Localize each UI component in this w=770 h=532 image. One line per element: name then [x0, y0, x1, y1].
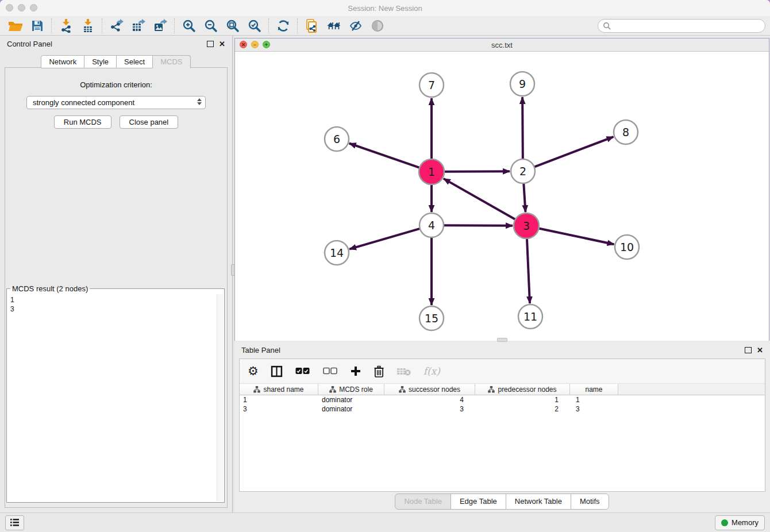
graph-edge[interactable]: [522, 97, 523, 159]
neighbors-button[interactable]: [323, 17, 345, 34]
network-close-button[interactable]: ✕: [240, 41, 247, 48]
tab-network-table[interactable]: Network Table: [506, 494, 571, 510]
graph-edge[interactable]: [349, 229, 420, 249]
delete-table-button[interactable]: [396, 367, 411, 376]
open-session-button[interactable]: [5, 17, 26, 34]
table-row[interactable]: 3 dominator 3 2 3: [240, 404, 765, 414]
optimization-select[interactable]: strongly connected component: [26, 96, 206, 109]
export-table-button[interactable]: [128, 17, 149, 34]
column-header-name[interactable]: name: [570, 384, 618, 395]
list-icon: [10, 518, 20, 527]
graph-node-label: 3: [523, 219, 530, 232]
cell-name[interactable]: 1: [570, 396, 618, 404]
mcds-panel: Optimization criterion: strongly connect…: [5, 67, 228, 508]
select-all-columns-button[interactable]: [295, 367, 310, 375]
network-from-selection-button[interactable]: [301, 17, 323, 34]
graph-edge[interactable]: [444, 225, 513, 226]
zoom-selected-button[interactable]: [244, 17, 265, 34]
cell-predecessor-nodes[interactable]: 1: [475, 396, 570, 404]
table-row[interactable]: 1 dominator 4 1 1: [240, 395, 765, 404]
cell-successor-nodes[interactable]: 3: [384, 405, 475, 413]
delete-column-button[interactable]: [374, 365, 384, 377]
window-traffic-lights[interactable]: [6, 4, 37, 11]
maximize-window-button[interactable]: [30, 4, 37, 11]
cell-name[interactable]: 3: [570, 405, 618, 413]
network-minimize-button[interactable]: −: [251, 41, 259, 48]
graph-edge[interactable]: [349, 144, 419, 168]
unselect-all-columns-button[interactable]: [322, 367, 338, 375]
tab-node-table[interactable]: Node Table: [395, 494, 451, 510]
float-table-panel-icon[interactable]: [745, 347, 752, 353]
search-input[interactable]: [614, 21, 760, 30]
close-table-panel-icon[interactable]: ✕: [757, 346, 763, 354]
close-panel-icon[interactable]: ✕: [219, 40, 225, 48]
apply-layout-button[interactable]: [272, 17, 294, 34]
table-panel-title: Table Panel: [241, 346, 280, 354]
show-networks-list-button[interactable]: [5, 515, 24, 530]
import-network-button[interactable]: [55, 17, 77, 34]
network-maximize-button[interactable]: +: [263, 41, 270, 48]
search-box[interactable]: [598, 19, 765, 33]
graph-edge[interactable]: [539, 229, 614, 245]
horizontal-splitter-grip[interactable]: [497, 338, 507, 342]
zoom-fit-icon: [226, 19, 240, 33]
zoom-fit-button[interactable]: [222, 17, 244, 34]
float-panel-icon[interactable]: [207, 41, 214, 47]
cell-mcds-role[interactable]: dominator: [318, 396, 384, 404]
cell-successor-nodes[interactable]: 4: [384, 396, 475, 404]
graph-edge[interactable]: [444, 179, 515, 219]
houses-icon: [326, 20, 342, 32]
tab-edge-table[interactable]: Edge Table: [451, 494, 506, 510]
delete-table-icon: [396, 367, 411, 376]
column-header-shared-name[interactable]: shared name: [240, 384, 318, 395]
close-panel-button[interactable]: Close panel: [120, 115, 179, 129]
zoom-out-button[interactable]: [200, 17, 222, 34]
column-header-mcds-role[interactable]: MCDS role: [318, 384, 384, 395]
export-image-button[interactable]: [149, 17, 171, 34]
close-window-button[interactable]: [6, 4, 13, 11]
tab-motifs[interactable]: Motifs: [571, 494, 609, 510]
export-network-icon: [110, 19, 124, 33]
save-session-button[interactable]: [26, 17, 48, 34]
import-table-button[interactable]: [77, 17, 99, 34]
result-scrollbar[interactable]: [217, 294, 223, 501]
tab-style[interactable]: Style: [84, 55, 117, 68]
column-header-predecessor-nodes[interactable]: predecessor nodes: [475, 384, 570, 395]
cell-shared-name[interactable]: 1: [240, 396, 318, 404]
network-canvas[interactable]: 7968124314101511: [235, 52, 769, 341]
zoom-in-button[interactable]: [178, 17, 200, 34]
mcds-result-title: MCDS result (2 nodes): [10, 284, 90, 293]
table-tabs: Node Table Edge Table Network Table Moti…: [234, 494, 770, 510]
memory-button[interactable]: Memory: [715, 515, 765, 530]
tab-select[interactable]: Select: [116, 55, 153, 68]
session-title: Session: New Session: [348, 4, 422, 13]
graph-edge[interactable]: [534, 137, 614, 167]
cell-predecessor-nodes[interactable]: 2: [475, 405, 570, 413]
graph-node-label: 4: [428, 219, 435, 232]
graph-edge[interactable]: [527, 238, 530, 303]
tab-network[interactable]: Network: [41, 55, 84, 68]
column-header-successor-nodes[interactable]: successor nodes: [384, 384, 475, 395]
tab-mcds[interactable]: MCDS: [152, 55, 190, 68]
run-mcds-button[interactable]: Run MCDS: [54, 115, 111, 129]
save-icon: [31, 20, 44, 32]
table-settings-button[interactable]: ⚙: [248, 365, 259, 377]
show-details-button[interactable]: [367, 17, 388, 34]
graph-edge[interactable]: [523, 183, 525, 212]
hide-details-button[interactable]: [345, 17, 367, 34]
minimize-window-button[interactable]: [18, 4, 25, 11]
network-graph[interactable]: 7968124314101511: [235, 52, 769, 341]
graph-node-label: 8: [622, 126, 629, 138]
export-network-button[interactable]: [106, 17, 128, 34]
main-toolbar: [0, 16, 770, 36]
toolbar-separator: [297, 18, 298, 33]
cell-mcds-role[interactable]: dominator: [318, 405, 384, 413]
create-column-button[interactable]: [350, 365, 361, 377]
right-column: ✕ − + scc.txt 7968124314101511 Table Pan…: [234, 36, 770, 512]
column-type-icon: [488, 386, 495, 393]
graph-edge[interactable]: [444, 171, 510, 172]
function-builder-button[interactable]: f(x): [424, 365, 440, 377]
cell-shared-name[interactable]: 3: [240, 405, 318, 413]
show-columns-button[interactable]: [271, 365, 283, 377]
status-bar: Memory: [0, 512, 770, 532]
